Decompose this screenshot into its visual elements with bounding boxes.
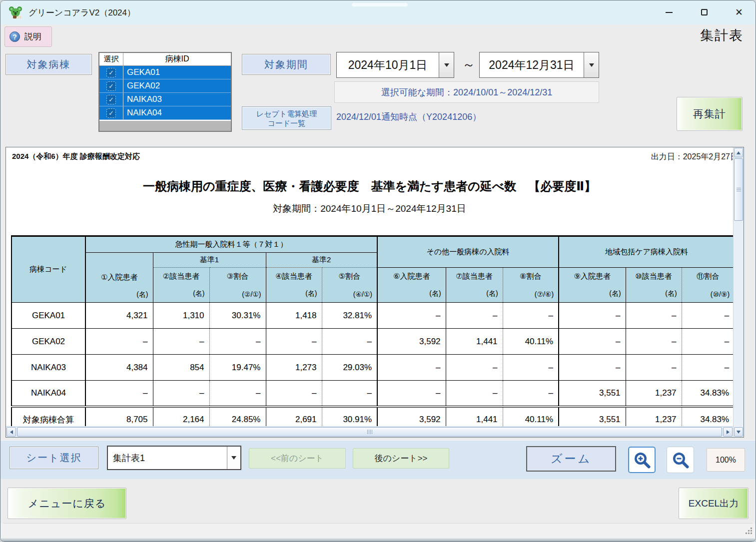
report-viewport: 2024（令和6）年度 診療報酬改定対応 出力日：2025年2月27日 一般病棟… [5, 147, 744, 438]
ward-checkbox-cell: ✓ [99, 79, 123, 92]
zoom-in-button[interactable] [628, 447, 656, 473]
scroll-up-button[interactable] [734, 148, 743, 157]
value-cell: – [626, 355, 682, 381]
report-table-body: GEKA014,3211,31030.31%1,41832.81%––––––G… [11, 303, 733, 427]
ward-col-select: 選択 [99, 53, 123, 65]
ward-checkbox[interactable]: ✓ [106, 108, 116, 118]
chevron-down-icon [589, 63, 594, 67]
ward-id-label: GEKA01 [123, 66, 231, 79]
zoom-out-button[interactable] [667, 447, 694, 473]
period-from-dropdown[interactable]: 2024年10月1日 [336, 52, 454, 78]
ward-col-id: 病棟ID [123, 53, 231, 65]
maximize-button[interactable] [693, 3, 716, 21]
header-sub-kijun1: 基準1 [153, 253, 266, 268]
value-cell: – [322, 329, 377, 355]
period-from-arrow[interactable] [439, 52, 454, 77]
header-group-acute: 急性期一般入院料１等（７対１） [85, 236, 377, 253]
value-cell: – [682, 355, 733, 381]
triangle-down-icon [737, 431, 741, 434]
header-col-4: ④該当患者(名) [266, 268, 322, 303]
close-button[interactable]: ✕ [728, 3, 751, 21]
scroll-down-button[interactable] [734, 427, 743, 437]
output-date: 出力日：2025年2月27日 [651, 152, 733, 162]
ward-row[interactable]: ✓GEKA01 [99, 66, 231, 79]
value-cell: – [153, 381, 209, 407]
check-icon: ✓ [108, 69, 114, 76]
recalculate-button[interactable]: 再集計 [677, 97, 743, 131]
value-cell: – [85, 381, 153, 407]
value-cell: 40.11% [503, 407, 559, 427]
period-from-value: 2024年10月1日 [337, 52, 439, 77]
value-cell: – [322, 381, 377, 407]
period-to-arrow[interactable] [584, 52, 599, 77]
ward-rows: ✓GEKA01✓GEKA02✓NAIKA03✓NAIKA04 [99, 66, 231, 120]
value-cell: – [559, 303, 626, 329]
help-icon: ? [9, 31, 20, 42]
table-row: NAIKA04––––––––3,5511,23734.83% [11, 381, 733, 407]
receipt-code-button[interactable]: レセプト電算処理 コード一覧 [242, 106, 331, 130]
scroll-right-button[interactable] [723, 427, 733, 437]
table-row: GEKA014,3211,31030.31%1,41832.81%–––––– [11, 303, 733, 329]
ward-code-cell: GEKA01 [11, 303, 85, 329]
ward-checkbox[interactable]: ✓ [106, 81, 116, 91]
close-icon: ✕ [735, 7, 743, 17]
header-col-2: ②該当患者(名) [153, 268, 209, 303]
sheet-dropdown[interactable]: 集計表1 [107, 446, 241, 470]
value-cell: 32.81% [322, 303, 377, 329]
header-col-7: ⑦該当患者(名) [446, 268, 503, 303]
period-to-value: 2024年12月31日 [480, 52, 584, 77]
header-col-9: ⑨入院患者(名) [559, 268, 626, 303]
value-cell: 2,691 [266, 407, 322, 427]
value-cell: 19.47% [209, 355, 266, 381]
value-cell: – [209, 329, 266, 355]
back-to-menu-button[interactable]: メニューに戻る [7, 488, 126, 519]
ward-id-label: NAIKA03 [123, 93, 231, 106]
value-cell: 1,237 [626, 381, 682, 407]
report-document: 2024（令和6）年度 診療報酬改定対応 出力日：2025年2月27日 一般病棟… [6, 147, 733, 426]
prev-sheet-button[interactable]: <<前のシート [249, 448, 346, 469]
value-cell: 1,273 [266, 355, 322, 381]
ward-row[interactable]: ✓GEKA02 [99, 79, 231, 93]
ward-row[interactable]: ✓NAIKA04 [99, 106, 231, 120]
thumb-grip-icon [737, 188, 741, 192]
report-title: 一般病棟用の重症度、医療・看護必要度 基準を満たす患者の延べ数 【必要度Ⅱ】 [6, 178, 733, 194]
sheet-dropdown-arrow[interactable] [227, 447, 240, 469]
zoom-out-icon [672, 451, 690, 469]
value-cell: 2,164 [153, 407, 209, 427]
resize-grip-icon[interactable] [751, 533, 752, 534]
window-bottom-edge [0, 538, 756, 542]
table-row: NAIKA034,38485419.47%1,27329.03%–––––– [11, 355, 733, 381]
value-cell: 1,310 [153, 303, 209, 329]
header-group-other: その他一般病棟の入院料 [377, 236, 559, 268]
selectable-period-box: 選択可能な期間：2024/10/01～2024/12/31 [334, 81, 599, 103]
period-to-dropdown[interactable]: 2024年12月31日 [479, 52, 599, 78]
next-sheet-button[interactable]: 後のシート>> [353, 448, 449, 469]
ward-checkbox[interactable]: ✓ [106, 95, 116, 104]
value-cell: 1,237 [626, 407, 682, 427]
table-total-row: 対象病棟合算8,7052,16424.85%2,69130.91%3,5921,… [11, 407, 733, 427]
ward-code-cell: GEKA02 [11, 329, 85, 355]
value-cell: – [446, 303, 503, 329]
minimize-button[interactable] [658, 3, 681, 21]
value-cell: 24.85% [209, 407, 266, 427]
ward-checkbox[interactable]: ✓ [106, 68, 116, 77]
horizontal-scrollbar[interactable] [6, 426, 733, 437]
app-window: 24 グリーンコアラV2（2024） ✕ ? 説明 集計表 対象病棟 選択 病棟… [0, 0, 756, 542]
value-cell: – [446, 355, 503, 381]
value-cell: – [559, 329, 626, 355]
drag-handle[interactable] [352, 3, 408, 6]
scroll-left-button[interactable] [6, 427, 16, 437]
vertical-scroll-thumb[interactable] [734, 158, 743, 221]
help-button[interactable]: ? 説明 [4, 26, 52, 47]
vertical-scrollbar[interactable] [733, 147, 744, 437]
horizontal-scroll-thumb[interactable] [17, 427, 722, 437]
excel-export-button[interactable]: EXCEL出力 [679, 488, 749, 519]
page-title: 集計表 [700, 26, 744, 44]
ward-row[interactable]: ✓NAIKA03 [99, 93, 231, 106]
header-col-11: ⑪割合(⑩/⑨) [682, 268, 733, 303]
value-cell: 3,592 [377, 407, 446, 427]
zoom-level-button[interactable]: 100% [707, 448, 745, 472]
ward-checkbox-cell: ✓ [99, 106, 123, 119]
ward-code-cell: NAIKA04 [11, 381, 85, 407]
value-cell: – [377, 355, 446, 381]
